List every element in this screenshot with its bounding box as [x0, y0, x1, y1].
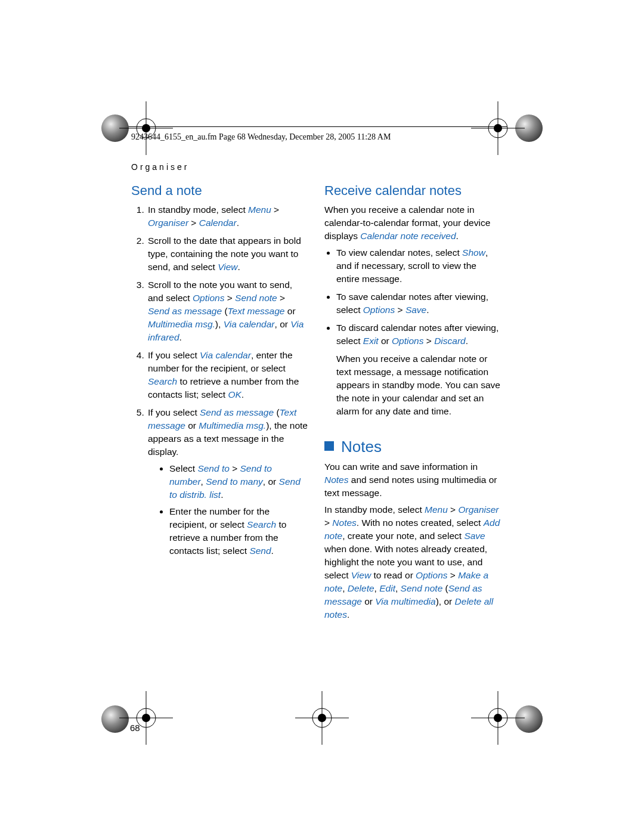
- menu-path: Send note: [235, 293, 277, 303]
- text: If you select: [148, 350, 200, 360]
- menu-path: Send: [249, 546, 271, 556]
- registration-mark-icon: [471, 101, 525, 155]
- menu-path: Calendar note received: [360, 231, 456, 241]
- text: >: [448, 570, 459, 580]
- text: . With no notes created, select: [357, 518, 484, 528]
- menu-path: Notes: [324, 475, 349, 485]
- step-1: In standby mode, select Menu > Organiser…: [147, 203, 308, 230]
- steps-list: In standby mode, select Menu > Organiser…: [131, 203, 308, 558]
- text: .: [271, 546, 274, 556]
- text: .: [221, 490, 223, 500]
- menu-path: Show: [462, 247, 485, 258]
- text: Select: [169, 463, 197, 473]
- menu-path: View: [351, 570, 371, 580]
- text: If you select: [148, 407, 200, 417]
- text: (: [274, 407, 279, 417]
- text: ), or: [436, 596, 455, 606]
- square-bullet-icon: [324, 441, 334, 451]
- menu-path: Text message: [228, 306, 285, 316]
- text: .: [238, 262, 240, 272]
- text: .: [456, 231, 459, 241]
- text: , create your note, and select: [342, 531, 464, 541]
- text: ,: [395, 583, 401, 593]
- two-column-layout: Send a note In standby mode, select Menu…: [131, 181, 501, 625]
- page-content: 9243644_6155_en_au.fm Page 68 Wednesday,…: [131, 132, 501, 625]
- right-column: Receive calendar notes When you receive …: [324, 181, 501, 625]
- heading-send-a-note: Send a note: [131, 181, 308, 200]
- text: .: [466, 336, 468, 346]
- menu-path: Calendar: [199, 218, 237, 228]
- sub-bullets: Select Send to > Send to number, Send to…: [148, 462, 308, 558]
- registration-mark-icon: [119, 691, 173, 745]
- text: >: [230, 463, 240, 473]
- menu-path: Via multimedia: [375, 596, 435, 606]
- text: or: [379, 336, 392, 346]
- text: .: [426, 305, 429, 315]
- menu-path: Multimedia msg.: [148, 319, 215, 329]
- text: >: [224, 293, 235, 303]
- menu-path: Send as message: [148, 306, 222, 316]
- text: and send notes using multimedia or text …: [324, 475, 497, 498]
- step-4: If you select Via calendar, enter the nu…: [147, 349, 308, 401]
- menu-path: Send to many: [206, 476, 263, 487]
- text: .: [237, 218, 239, 228]
- menu-path: Via calendar: [200, 350, 251, 360]
- text: ,: [201, 476, 206, 487]
- menu-path: Search: [247, 519, 276, 529]
- text: .: [179, 332, 182, 342]
- svg-point-11: [142, 714, 150, 722]
- paragraph: When you receive a calendar note in cale…: [324, 203, 501, 243]
- text: >: [188, 218, 199, 228]
- menu-path: Discard: [434, 336, 466, 346]
- registration-mark-icon: [471, 691, 525, 745]
- text: .: [347, 609, 349, 620]
- text: To view calendar notes, select: [336, 247, 462, 258]
- step-5: If you select Send as message (Text mess…: [147, 406, 308, 558]
- heading-receive-calendar-notes: Receive calendar notes: [324, 181, 501, 200]
- menu-path: Exit: [363, 336, 379, 346]
- left-column: Send a note In standby mode, select Menu…: [131, 181, 308, 625]
- svg-point-3: [142, 124, 150, 132]
- text: ),: [215, 319, 224, 329]
- step-2: Scroll to the date that appears in bold …: [147, 234, 308, 274]
- frame-header: 9243644_6155_en_au.fm Page 68 Wednesday,…: [131, 132, 501, 142]
- text: >: [395, 305, 405, 315]
- sub-bullet-1: Select Send to > Send to number, Send to…: [169, 462, 308, 501]
- paragraph: When you receive a calendar note or text…: [336, 352, 501, 418]
- step-3: Scroll to the note you want to send, and…: [147, 278, 308, 344]
- menu-path: Organiser: [458, 504, 499, 515]
- bullets: To view calendar notes, select Show, and…: [324, 246, 501, 348]
- menu-path: Options: [193, 293, 224, 303]
- section-label: Organiser: [131, 162, 501, 172]
- menu-path: View: [218, 262, 237, 272]
- menu-path: Save: [464, 531, 485, 541]
- text: You can write and save information in: [324, 462, 478, 472]
- text: >: [271, 205, 279, 215]
- menu-path: OK: [228, 389, 241, 400]
- text: ,: [342, 583, 348, 593]
- menu-path: Multimedia msg.: [199, 420, 266, 431]
- svg-point-19: [318, 714, 326, 722]
- text: In standby mode, select: [324, 504, 425, 515]
- bullet-3: To discard calendar notes after viewing,…: [336, 321, 501, 348]
- paragraph: In standby mode, select Menu > Organiser…: [324, 503, 501, 621]
- text: , or: [275, 319, 291, 329]
- menu-path: Options: [392, 336, 423, 346]
- svg-point-15: [494, 714, 502, 722]
- text: to read or: [371, 570, 416, 580]
- menu-path: Notes: [332, 518, 357, 528]
- menu-path: Menu: [425, 504, 448, 515]
- text: >: [324, 518, 332, 528]
- menu-path: Options: [363, 305, 395, 315]
- text: (: [442, 583, 448, 593]
- sub-bullet-2: Enter the number for the recipient, or s…: [169, 505, 308, 558]
- text: >: [423, 336, 434, 346]
- menu-path: Delete: [348, 583, 374, 593]
- menu-path: Save: [405, 305, 426, 315]
- menu-path: Send to: [197, 463, 229, 473]
- registration-mark-icon: [119, 101, 173, 155]
- text: , or: [263, 476, 279, 487]
- menu-path: Send as message: [200, 407, 274, 417]
- text: In standby mode, select: [148, 205, 248, 215]
- paragraph: You can write and save information in No…: [324, 460, 501, 500]
